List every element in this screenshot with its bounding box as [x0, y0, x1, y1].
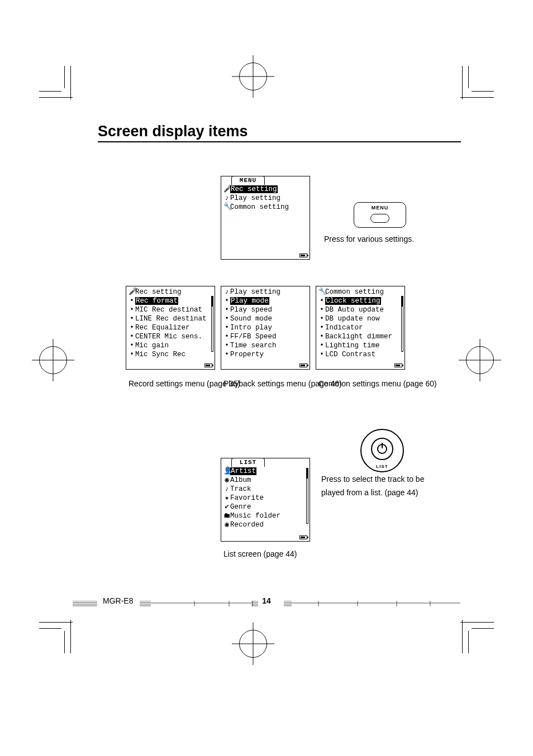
- mic-icon: 🎤: [129, 288, 135, 296]
- menu-item: •LCD Contrast: [318, 350, 402, 359]
- battery-icon: [299, 535, 307, 539]
- menu-button-key: [370, 214, 389, 223]
- menu-item: •Property: [223, 350, 307, 359]
- menu-item: 🖿Music folder: [223, 511, 307, 520]
- menu-item: •FF/FB Speed: [223, 332, 307, 341]
- menu-item-label: Property: [230, 351, 264, 358]
- menu-item-label: Favorite: [230, 494, 264, 502]
- menu-item-label: Lighting time: [325, 342, 380, 350]
- menu-item: •DB update now: [318, 314, 402, 323]
- menu-item: ★Favorite: [223, 494, 307, 503]
- power-icon: [377, 444, 387, 454]
- menu-item-label: Mic Sync Rec: [135, 351, 185, 358]
- battery-icon: [394, 363, 402, 367]
- bullet-icon: •: [129, 332, 135, 341]
- menu-item-label: LCD Contrast: [325, 351, 375, 358]
- bullet-icon: •: [129, 305, 135, 314]
- page-content: Screen display items MENU 🎤Rec setting♪P…: [98, 123, 461, 176]
- menu-item: •Mic Sync Rec: [129, 350, 212, 359]
- menu-item: •MIC Rec destinat: [129, 305, 212, 314]
- menu-item-label: Sound mode: [230, 315, 272, 323]
- menu-item: •DB Auto update: [318, 305, 402, 314]
- mic-icon: 🎤: [223, 185, 230, 194]
- menu-item: 🔧Common setting: [223, 203, 307, 212]
- bullet-icon: •: [318, 341, 325, 350]
- battery-icon: [299, 363, 307, 367]
- bullet-icon: •: [318, 314, 325, 323]
- menu-item: •Play speed: [223, 305, 307, 314]
- menu-tab: MENU: [231, 176, 265, 185]
- tag-icon: ✔: [223, 503, 230, 511]
- menu-item-label: Play setting: [230, 194, 280, 202]
- menu-lcd: MENU 🎤Rec setting♪Play setting🔧Common se…: [221, 176, 310, 260]
- page-title: Screen display items: [98, 123, 461, 140]
- note-icon: ♪: [223, 485, 230, 494]
- menu-item: •Play mode: [223, 296, 307, 305]
- list-caption: List screen (page 44): [223, 547, 297, 561]
- menu-item-label: Track: [230, 485, 251, 493]
- menu-item: •LINE Rec destinat: [129, 314, 212, 323]
- list-button-caption: Press to select the track to be played f…: [321, 472, 433, 499]
- menu-item-label: Genre: [230, 503, 251, 511]
- menu-item: ◉Recorded: [223, 520, 307, 529]
- menu-item-label: Artist: [230, 467, 256, 475]
- list-hardware-button[interactable]: LIST: [360, 429, 404, 472]
- disc-icon: ◉: [223, 476, 230, 485]
- menu-item: •Intro play: [223, 323, 307, 332]
- menu-item: •Mic gain: [129, 341, 212, 350]
- menu-item-label: Mic gain: [135, 342, 169, 350]
- menu-button-caption: Press for various settings.: [324, 232, 414, 246]
- list-tab: LIST: [231, 458, 265, 467]
- rec-setting-lcd: 🎤Rec setting •Rec format•MIC Rec destina…: [126, 286, 215, 370]
- menu-item: 🎤Rec setting: [223, 185, 307, 194]
- menu-hardware-button[interactable]: MENU: [354, 202, 406, 228]
- menu-item-label: MIC Rec destinat: [135, 306, 202, 314]
- menu-item: •Lighting time: [318, 341, 402, 350]
- scrollbar: [306, 468, 308, 524]
- menu-item: •Sound mode: [223, 314, 307, 323]
- play-header: ♪Play setting: [223, 288, 307, 296]
- menu-item: •Backlight dimmer: [318, 332, 402, 341]
- folder-icon: 🖿: [223, 511, 230, 520]
- rec-header: 🎤Rec setting: [129, 288, 212, 296]
- menu-item-label: DB Auto update: [325, 306, 384, 314]
- menu-button-label: MENU: [354, 205, 406, 210]
- menu-item: •Indicator: [318, 323, 402, 332]
- bullet-icon: •: [223, 332, 230, 341]
- list-button-label: LIST: [361, 464, 403, 469]
- menu-item-label: Time search: [230, 342, 277, 350]
- scrollbar: [211, 296, 213, 352]
- menu-item: •Clock setting: [318, 296, 402, 305]
- menu-item: ✔Genre: [223, 503, 307, 511]
- menu-item-label: FF/FB Speed: [230, 333, 277, 341]
- record-icon: ◉: [223, 520, 230, 529]
- bullet-icon: •: [223, 314, 230, 323]
- menu-item-label: Play speed: [230, 306, 272, 314]
- battery-icon: [204, 363, 212, 367]
- menu-item: ♪Play setting: [223, 194, 307, 203]
- person-icon: 👤: [223, 467, 230, 476]
- play-setting-lcd: ♪Play setting •Play mode•Play speed•Soun…: [221, 286, 310, 370]
- menu-item-label: Indicator: [325, 324, 363, 332]
- menu-item: ♪Track: [223, 485, 307, 494]
- battery-icon: [299, 253, 307, 257]
- menu-item-label: Play mode: [230, 297, 269, 305]
- menu-item-label: Backlight dimmer: [325, 333, 392, 341]
- menu-item: 👤Artist: [223, 467, 307, 476]
- bullet-icon: •: [318, 332, 325, 341]
- menu-item: •Rec Equalizer: [129, 323, 212, 332]
- wrench-icon: 🔧: [318, 288, 325, 296]
- bullet-icon: •: [129, 314, 135, 323]
- menu-item: ◉Album: [223, 476, 307, 485]
- bullet-icon: •: [223, 323, 230, 332]
- bullet-icon: •: [223, 341, 230, 350]
- title-rule: [98, 141, 461, 142]
- common-caption: Common settings menu (page 60): [318, 377, 437, 390]
- menu-item-label: Intro play: [230, 324, 272, 332]
- menu-item-label: Music folder: [230, 512, 280, 520]
- bullet-icon: •: [129, 341, 135, 350]
- bullet-icon: •: [129, 323, 135, 332]
- bullet-icon: •: [223, 305, 230, 314]
- bullet-icon: •: [318, 305, 325, 314]
- bullet-icon: •: [318, 350, 325, 359]
